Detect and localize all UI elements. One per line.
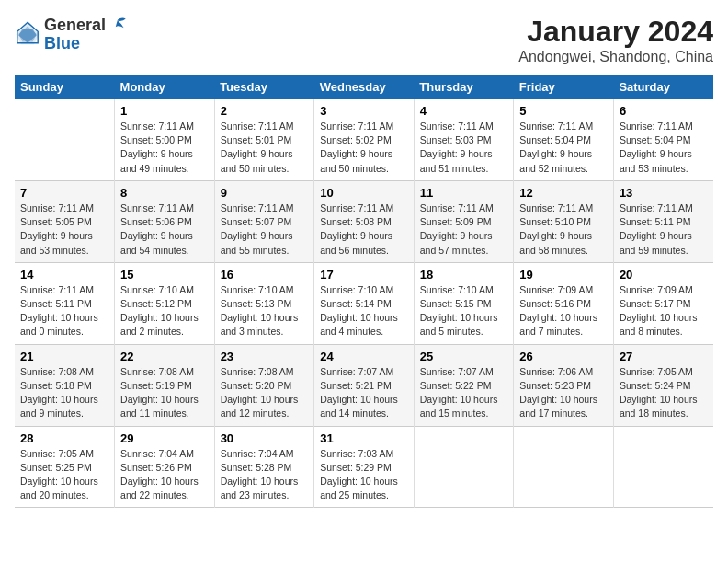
day-info: Sunrise: 7:11 AMSunset: 5:05 PMDaylight:… xyxy=(20,201,108,258)
page-header: General Blue January 2024 Andongwei, Sha… xyxy=(15,15,713,65)
page-subtitle: Andongwei, Shandong, China xyxy=(518,49,713,65)
day-cell xyxy=(514,426,614,508)
day-number: 21 xyxy=(20,350,108,363)
day-cell: 13Sunrise: 7:11 AMSunset: 5:11 PMDayligh… xyxy=(613,180,713,262)
header-cell-friday: Friday xyxy=(514,75,614,99)
logo: General Blue xyxy=(15,15,128,52)
logo-general: General xyxy=(44,17,106,33)
day-info: Sunrise: 7:09 AMSunset: 5:17 PMDaylight:… xyxy=(620,283,708,339)
day-info: Sunrise: 7:10 AMSunset: 5:15 PMDaylight:… xyxy=(420,283,508,339)
day-info: Sunrise: 7:11 AMSunset: 5:07 PMDaylight:… xyxy=(221,201,309,258)
day-info: Sunrise: 7:10 AMSunset: 5:14 PMDaylight:… xyxy=(320,283,408,339)
day-cell xyxy=(15,99,115,180)
day-number: 10 xyxy=(320,186,408,200)
day-number: 22 xyxy=(120,350,209,363)
day-info: Sunrise: 7:11 AMSunset: 5:10 PMDaylight:… xyxy=(519,201,608,258)
day-cell: 21Sunrise: 7:08 AMSunset: 5:18 PMDayligh… xyxy=(15,344,115,426)
logo-blue: Blue xyxy=(44,34,80,52)
day-info: Sunrise: 7:11 AMSunset: 5:11 PMDaylight:… xyxy=(620,201,708,258)
day-cell: 1Sunrise: 7:11 AMSunset: 5:00 PMDaylight… xyxy=(115,99,215,180)
day-number: 7 xyxy=(20,186,108,200)
day-number: 19 xyxy=(519,268,608,282)
day-cell: 26Sunrise: 7:06 AMSunset: 5:23 PMDayligh… xyxy=(514,344,614,426)
day-info: Sunrise: 7:08 AMSunset: 5:20 PMDaylight:… xyxy=(221,365,309,421)
day-number: 9 xyxy=(221,186,309,200)
day-number: 31 xyxy=(320,431,408,445)
day-cell: 23Sunrise: 7:08 AMSunset: 5:20 PMDayligh… xyxy=(214,344,314,426)
day-info: Sunrise: 7:05 AMSunset: 5:24 PMDaylight:… xyxy=(620,365,708,421)
day-info: Sunrise: 7:09 AMSunset: 5:16 PMDaylight:… xyxy=(519,283,608,339)
week-row-1: 1Sunrise: 7:11 AMSunset: 5:00 PMDaylight… xyxy=(15,99,713,180)
header-cell-wednesday: Wednesday xyxy=(314,75,415,99)
week-row-3: 14Sunrise: 7:11 AMSunset: 5:11 PMDayligh… xyxy=(15,262,713,344)
day-number: 8 xyxy=(120,186,209,200)
day-number: 17 xyxy=(320,268,408,282)
day-info: Sunrise: 7:11 AMSunset: 5:08 PMDaylight:… xyxy=(320,201,408,258)
day-cell: 27Sunrise: 7:05 AMSunset: 5:24 PMDayligh… xyxy=(613,344,713,426)
day-number: 4 xyxy=(420,104,508,118)
calendar-table: SundayMondayTuesdayWednesdayThursdayFrid… xyxy=(15,75,713,508)
calendar-header: SundayMondayTuesdayWednesdayThursdayFrid… xyxy=(15,75,713,99)
day-number: 14 xyxy=(20,268,108,282)
day-number: 26 xyxy=(519,350,608,363)
day-info: Sunrise: 7:04 AMSunset: 5:26 PMDaylight:… xyxy=(120,447,209,503)
day-number: 23 xyxy=(221,350,309,363)
day-number: 15 xyxy=(120,268,209,282)
day-cell: 7Sunrise: 7:11 AMSunset: 5:05 PMDaylight… xyxy=(15,180,115,262)
day-info: Sunrise: 7:10 AMSunset: 5:12 PMDaylight:… xyxy=(120,283,209,339)
day-cell: 20Sunrise: 7:09 AMSunset: 5:17 PMDayligh… xyxy=(613,262,713,344)
day-cell: 24Sunrise: 7:07 AMSunset: 5:21 PMDayligh… xyxy=(314,344,415,426)
day-info: Sunrise: 7:08 AMSunset: 5:19 PMDaylight:… xyxy=(120,365,209,421)
day-number: 12 xyxy=(519,186,608,200)
title-block: January 2024 Andongwei, Shandong, China xyxy=(518,15,713,65)
day-number: 29 xyxy=(120,431,209,445)
day-number: 30 xyxy=(221,431,309,445)
day-number: 28 xyxy=(20,431,108,445)
day-number: 13 xyxy=(620,186,708,200)
day-cell: 31Sunrise: 7:03 AMSunset: 5:29 PMDayligh… xyxy=(314,426,415,508)
day-info: Sunrise: 7:11 AMSunset: 5:00 PMDaylight:… xyxy=(120,120,209,176)
logo-icon xyxy=(15,21,40,47)
day-info: Sunrise: 7:05 AMSunset: 5:25 PMDaylight:… xyxy=(20,447,108,503)
day-info: Sunrise: 7:11 AMSunset: 5:04 PMDaylight:… xyxy=(620,120,708,176)
day-cell: 2Sunrise: 7:11 AMSunset: 5:01 PMDaylight… xyxy=(214,99,314,180)
day-info: Sunrise: 7:03 AMSunset: 5:29 PMDaylight:… xyxy=(320,447,408,503)
day-cell: 9Sunrise: 7:11 AMSunset: 5:07 PMDaylight… xyxy=(214,180,314,262)
day-info: Sunrise: 7:08 AMSunset: 5:18 PMDaylight:… xyxy=(20,365,108,421)
day-cell: 10Sunrise: 7:11 AMSunset: 5:08 PMDayligh… xyxy=(314,180,415,262)
day-number: 18 xyxy=(420,268,508,282)
day-cell: 6Sunrise: 7:11 AMSunset: 5:04 PMDaylight… xyxy=(613,99,713,180)
day-cell: 19Sunrise: 7:09 AMSunset: 5:16 PMDayligh… xyxy=(514,262,614,344)
day-number: 16 xyxy=(221,268,309,282)
day-info: Sunrise: 7:04 AMSunset: 5:28 PMDaylight:… xyxy=(221,447,309,503)
logo-text: General Blue xyxy=(44,15,128,52)
day-cell: 16Sunrise: 7:10 AMSunset: 5:13 PMDayligh… xyxy=(214,262,314,344)
day-number: 11 xyxy=(420,186,508,200)
day-info: Sunrise: 7:07 AMSunset: 5:22 PMDaylight:… xyxy=(420,365,508,421)
day-info: Sunrise: 7:11 AMSunset: 5:09 PMDaylight:… xyxy=(420,201,508,258)
day-cell: 3Sunrise: 7:11 AMSunset: 5:02 PMDaylight… xyxy=(314,99,415,180)
day-number: 3 xyxy=(320,104,408,118)
day-cell: 12Sunrise: 7:11 AMSunset: 5:10 PMDayligh… xyxy=(514,180,614,262)
day-cell: 17Sunrise: 7:10 AMSunset: 5:14 PMDayligh… xyxy=(314,262,415,344)
day-number: 2 xyxy=(221,104,309,118)
day-cell: 11Sunrise: 7:11 AMSunset: 5:09 PMDayligh… xyxy=(414,180,514,262)
day-number: 27 xyxy=(620,350,708,363)
day-cell: 28Sunrise: 7:05 AMSunset: 5:25 PMDayligh… xyxy=(15,426,115,508)
day-cell: 29Sunrise: 7:04 AMSunset: 5:26 PMDayligh… xyxy=(115,426,215,508)
day-info: Sunrise: 7:06 AMSunset: 5:23 PMDaylight:… xyxy=(519,365,608,421)
day-cell: 4Sunrise: 7:11 AMSunset: 5:03 PMDaylight… xyxy=(414,99,514,180)
day-cell: 22Sunrise: 7:08 AMSunset: 5:19 PMDayligh… xyxy=(115,344,215,426)
day-cell: 8Sunrise: 7:11 AMSunset: 5:06 PMDaylight… xyxy=(115,180,215,262)
day-info: Sunrise: 7:11 AMSunset: 5:06 PMDaylight:… xyxy=(120,201,209,258)
day-info: Sunrise: 7:10 AMSunset: 5:13 PMDaylight:… xyxy=(221,283,309,339)
day-cell: 15Sunrise: 7:10 AMSunset: 5:12 PMDayligh… xyxy=(115,262,215,344)
day-cell: 14Sunrise: 7:11 AMSunset: 5:11 PMDayligh… xyxy=(15,262,115,344)
day-info: Sunrise: 7:11 AMSunset: 5:03 PMDaylight:… xyxy=(420,120,508,176)
header-cell-saturday: Saturday xyxy=(613,75,713,99)
day-number: 20 xyxy=(620,268,708,282)
day-cell: 25Sunrise: 7:07 AMSunset: 5:22 PMDayligh… xyxy=(414,344,514,426)
day-info: Sunrise: 7:11 AMSunset: 5:04 PMDaylight:… xyxy=(519,120,608,176)
header-row: SundayMondayTuesdayWednesdayThursdayFrid… xyxy=(15,75,713,99)
day-cell xyxy=(613,426,713,508)
